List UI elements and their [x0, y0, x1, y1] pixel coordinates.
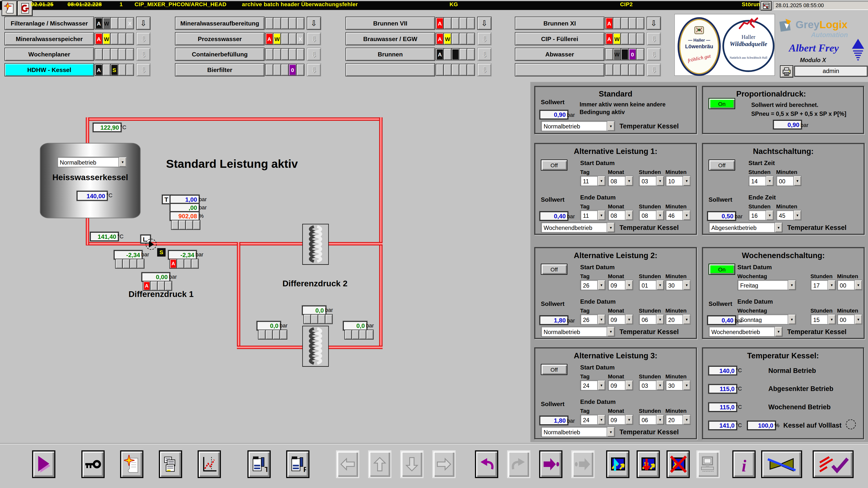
chevron-down-icon[interactable]: ▼ — [656, 381, 664, 390]
end-select[interactable]: 26▼ — [580, 314, 606, 325]
nav-screen-button[interactable] — [345, 63, 435, 77]
end-select[interactable]: 24▼ — [580, 414, 606, 425]
end-select[interactable]: 15▼ — [810, 314, 836, 325]
end-select[interactable]: 45▼ — [776, 210, 802, 221]
nav-down-arrow-button[interactable]: ⇩ — [136, 32, 151, 46]
end-select[interactable]: 11▼ — [580, 210, 606, 221]
nav-screen-button[interactable]: Brunnen — [345, 48, 435, 61]
chevron-down-icon[interactable]: ▼ — [607, 427, 614, 436]
temperature-mode-select[interactable]: Normalbetrieb▼ — [541, 427, 615, 437]
toolbar-play-button[interactable] — [32, 450, 55, 478]
toolbar-info-button[interactable]: i — [733, 450, 756, 478]
nav-screen-button[interactable]: Mineralwasseraufbereitung — [175, 17, 265, 30]
start-select[interactable]: 01▼ — [639, 280, 664, 290]
start-select[interactable]: 03▼ — [639, 176, 664, 186]
nacht-state-button[interactable]: Off — [709, 160, 735, 171]
nav-screen-button[interactable]: Wochenplaner — [4, 48, 94, 61]
nav-down-arrow-button[interactable]: ⇩ — [647, 63, 661, 77]
toolbar-trend-p-button[interactable]: P — [286, 450, 309, 478]
toolbar-window-up-button[interactable] — [606, 450, 629, 478]
chevron-down-icon[interactable]: ▼ — [607, 223, 614, 232]
chevron-down-icon[interactable]: ▼ — [597, 280, 605, 290]
proportional-state-button[interactable]: On — [709, 98, 735, 109]
toolbar-alarm-page-button[interactable] — [120, 450, 144, 478]
start-select[interactable]: 26▼ — [580, 280, 606, 290]
start-select[interactable]: 11▼ — [580, 176, 606, 186]
temperature-mode-select[interactable]: Wochenendbetrieb▼ — [541, 222, 615, 233]
chevron-down-icon[interactable]: ▼ — [625, 415, 632, 424]
temperature-mode-select[interactable]: Normalbetrieb ▼ — [541, 121, 615, 132]
chevron-down-icon[interactable]: ▼ — [775, 223, 782, 232]
start-select[interactable]: 30▼ — [665, 380, 691, 391]
nav-screen-button[interactable]: HDHW - Kessel — [4, 63, 94, 77]
nav-screen-button[interactable]: Filteranlage / Mischwasser — [4, 17, 94, 30]
pump-icon[interactable] — [146, 239, 157, 250]
sollwert-input[interactable]: 0,90 — [773, 120, 802, 129]
chevron-down-icon[interactable]: ▼ — [625, 210, 632, 220]
start-select[interactable]: 17▼ — [810, 280, 836, 290]
end-select[interactable]: 20▼ — [665, 414, 691, 425]
percent-value[interactable]: 100,0 — [747, 421, 776, 430]
chevron-down-icon[interactable]: ▼ — [625, 176, 632, 185]
boiler-mode-select[interactable]: Normalbetrieb ▼ — [57, 157, 127, 168]
chevron-down-icon[interactable]: ▼ — [656, 415, 664, 424]
end-select[interactable]: 08▼ — [608, 210, 633, 221]
nav-down-arrow-button[interactable]: ⇩ — [136, 63, 151, 77]
sollwert-input[interactable]: 0,50 — [708, 211, 736, 221]
start-select[interactable]: 09▼ — [608, 380, 633, 391]
sollwert-input[interactable]: 0,40 — [540, 211, 568, 221]
chevron-down-icon[interactable]: ▼ — [656, 315, 664, 324]
chevron-down-icon[interactable]: ▼ — [683, 415, 690, 424]
chevron-down-icon[interactable]: ▼ — [854, 280, 862, 290]
woch-state-button[interactable]: On — [709, 264, 735, 275]
chevron-down-icon[interactable]: ▼ — [597, 315, 605, 324]
nav-down-arrow-button[interactable]: ⇩ — [307, 63, 321, 77]
toolbar-arrow-right-button[interactable] — [432, 450, 456, 478]
chevron-down-icon[interactable]: ▼ — [607, 327, 614, 336]
nav-screen-button[interactable]: Prozesswasser — [175, 32, 265, 46]
nav-down-arrow-button[interactable]: ⇩ — [647, 48, 661, 61]
nav-down-arrow-button[interactable]: ⇩ — [647, 17, 661, 30]
end-select[interactable]: 46▼ — [665, 210, 691, 221]
temperature-value[interactable]: 140,0 — [709, 366, 737, 375]
start-select[interactable]: 00▼ — [776, 176, 802, 186]
chevron-down-icon[interactable]: ▼ — [787, 315, 795, 324]
chevron-down-icon[interactable]: ▼ — [597, 176, 605, 185]
start-select[interactable]: 14▼ — [748, 176, 774, 186]
chevron-down-icon[interactable]: ▼ — [656, 176, 664, 185]
toolbar-window-down-button[interactable] — [637, 450, 660, 478]
chevron-down-icon[interactable]: ▼ — [766, 176, 773, 185]
temperature-value[interactable]: 141,0 — [709, 421, 737, 430]
boiler-temperature[interactable]: 140,00 — [77, 191, 107, 200]
end-select[interactable]: 09▼ — [608, 414, 633, 425]
chevron-down-icon[interactable]: ▼ — [656, 280, 664, 290]
nav-down-arrow-button[interactable]: ⇩ — [307, 32, 321, 46]
start-select[interactable]: 09▼ — [608, 280, 633, 290]
sollwert-input[interactable]: 0,90 — [540, 110, 568, 119]
chevron-down-icon[interactable]: ▼ — [683, 381, 690, 390]
chevron-down-icon[interactable]: ▼ — [683, 176, 690, 185]
toolbar-arrow-up-button[interactable] — [368, 450, 392, 478]
chevron-down-icon[interactable]: ▼ — [766, 210, 773, 220]
end-select[interactable]: 00▼ — [837, 314, 863, 325]
sollwert-input[interactable]: 0,40 — [708, 316, 736, 325]
temperature-mode-select[interactable]: Abgesenktbetrieb▼ — [709, 222, 783, 233]
temperature-mode-select[interactable]: Wochenendbetrieb▼ — [709, 326, 783, 337]
end-select[interactable]: 09▼ — [608, 314, 633, 325]
nav-screen-button[interactable]: Mineralwasserspeicher — [4, 32, 94, 46]
alarm-page-window-button[interactable] — [2, 0, 17, 16]
nav-down-arrow-button[interactable]: ⇩ — [477, 48, 492, 61]
nav-screen-button[interactable] — [515, 63, 604, 77]
temperature-value[interactable]: 115,0 — [709, 384, 737, 394]
chevron-down-icon[interactable]: ▼ — [625, 315, 632, 324]
nav-down-arrow-button[interactable]: ⇩ — [477, 32, 492, 46]
toolbar-arrow-left-button[interactable] — [336, 450, 359, 478]
alarm-list-button[interactable] — [761, 1, 772, 10]
pressure-setpoint[interactable]: 1,00 — [170, 195, 199, 204]
sollwert-input[interactable]: 1,80 — [540, 316, 568, 325]
nav-down-arrow-button[interactable]: ⇩ — [307, 17, 321, 30]
chevron-down-icon[interactable]: ▼ — [854, 315, 862, 324]
nav-screen-button[interactable]: Bierfilter — [175, 63, 265, 77]
start-select[interactable]: 30▼ — [665, 280, 691, 290]
nav-down-arrow-button[interactable]: ⇩ — [307, 48, 321, 61]
